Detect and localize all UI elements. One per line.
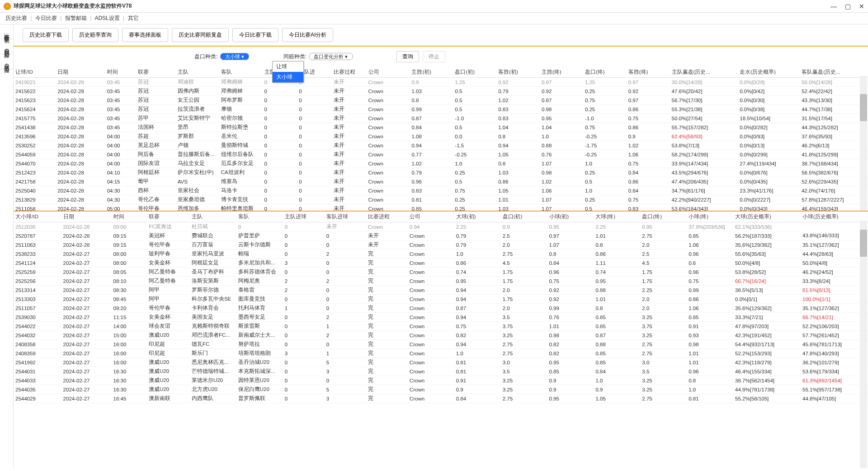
column-header[interactable]: 让球/ID — [14, 67, 56, 78]
column-header[interactable]: 小球(初) — [547, 212, 594, 222]
column-header[interactable]: 客胜(终) — [627, 67, 670, 78]
table-row[interactable]: 25138292024-02-2804:30哥伦乙春皇家桑坦德博卡青竞技00未开… — [14, 195, 868, 204]
window-controls: — ▢ ✕ — [830, 3, 864, 10]
odds-type-select[interactable]: 盘口变化分析 ▾ — [309, 53, 353, 60]
table-row[interactable]: 25252592024-02-2708:05阿乙曼特春圣马丁布萨科多科苏德体育会… — [14, 268, 868, 277]
table-row[interactable]: 24190212024-02-2803:45苏冠邓迪联邓弗姆林00未开Crown… — [14, 78, 868, 87]
minimize-icon[interactable]: — — [830, 3, 837, 10]
column-header[interactable]: 公司 — [367, 67, 410, 78]
column-header[interactable]: 时间 — [105, 67, 136, 78]
dropdown-option-rangqiu[interactable]: 让球 — [273, 61, 303, 72]
table-row[interactable]: 25440702024-02-2804:00国际友谊乌拉圭女足厄瓜多尔女足00未… — [14, 159, 868, 168]
column-header[interactable]: 时间 — [112, 212, 147, 222]
side-tab[interactable]: 比赛数据下载 — [0, 24, 13, 39]
column-header[interactable]: 客队 — [219, 67, 263, 78]
table-row[interactable]: 25133142024-02-2708:30阿甲罗斯菲尔德泰格雷20完Crown… — [14, 286, 868, 295]
column-header[interactable]: 小球(历史概率) — [801, 212, 868, 222]
column-header[interactable]: 盘口(终) — [583, 67, 627, 78]
toolbar-button[interactable]: 今日比赛AI分析 — [282, 28, 333, 42]
column-header[interactable]: 大球(终) — [594, 212, 640, 222]
toolbar-button[interactable]: 历史比赛下载 — [23, 28, 69, 42]
column-header[interactable]: 日期 — [61, 212, 112, 222]
column-header[interactable]: 盘口(初) — [501, 212, 547, 222]
menu-item[interactable]: 报警邮箱 — [65, 15, 87, 21]
top-scrollbar[interactable] — [860, 76, 867, 211]
query-button[interactable]: 查询 — [396, 51, 419, 62]
table-row[interactable]: 25133032024-02-2708:45阿甲科尔多瓦中央SE图库曼竞技00完… — [14, 295, 868, 304]
table-row[interactable]: 25390302024-02-2711:15女美金杯美国女足墨西哥女足02完Cr… — [14, 313, 868, 322]
toolbar-button[interactable]: 今日比赛下载 — [232, 28, 278, 42]
stop-button: 停止 — [423, 51, 445, 62]
table-row[interactable]: 24156242024-02-2803:45苏冠拉茨流浪者摩顿00未开Crown… — [14, 105, 868, 114]
table-row[interactable]: 25110572024-02-2709:20哥伦甲春卡利体育会托利马体育10完C… — [14, 304, 868, 313]
column-header[interactable]: 客队进球 — [325, 212, 366, 222]
table-row[interactable]: 25207872024-02-2809:15美冠杯费城联合萨普里萨00未开Cro… — [14, 231, 868, 240]
table-row[interactable]: 24135962024-02-2804:00苏超罗斯郡圣米伦00未开Crown1… — [14, 132, 868, 141]
toolbar-button[interactable]: 赛事选择面板 — [122, 28, 168, 42]
app-title: 球探网足球让球大小球欧赔变盘变水监控软件V78 — [14, 2, 830, 10]
column-header[interactable]: 客胜(初) — [496, 67, 540, 78]
column-header[interactable]: 日期 — [56, 67, 105, 78]
table-row[interactable]: 25411242024-02-2708:00女美金杯阿根廷女足多米尼加共和...… — [14, 259, 868, 268]
column-header[interactable]: 主队赢盘(历史... — [670, 67, 738, 78]
menu-item[interactable]: 历史比赛 — [5, 15, 27, 21]
column-header[interactable]: 盘口(初) — [453, 67, 496, 78]
column-header[interactable]: 盘口(终) — [640, 212, 687, 222]
app-logo-icon — [4, 3, 11, 10]
table-row[interactable]: 25419922024-02-2716:00澳威U20悉尼奥林匹克...圣乔治城… — [14, 358, 868, 367]
dropdown-option-daxiaoqiu[interactable]: 大小球 — [273, 72, 303, 82]
column-header[interactable]: 比赛过程 — [332, 67, 367, 78]
menu-item[interactable]: 今日比赛 — [35, 15, 57, 21]
table-row[interactable]: 24157752024-02-2803:45苏甲艾比安斯特宁哈密尔顿00未开Cr… — [14, 114, 868, 123]
column-header[interactable]: 主胜(终) — [540, 67, 583, 78]
column-header[interactable]: 大小球/ID — [14, 212, 61, 222]
table-row[interactable]: 25440292024-02-2716:45澳新南联内西鹰队普罗斯佩联03完Cr… — [14, 394, 868, 403]
column-header[interactable]: 大球(历史概率) — [733, 212, 801, 222]
column-header[interactable]: 主胜(初) — [410, 67, 453, 78]
close-icon[interactable]: ✕ — [859, 3, 864, 10]
table-row[interactable]: 25120352024-02-2809:00FC莫肯达杜芬斌00未开Crown0… — [14, 222, 868, 231]
menu-item[interactable]: 其它 — [128, 15, 139, 21]
table-row[interactable]: 24156222024-02-2803:45苏冠因弗内斯邓弗姆林00未开Crow… — [14, 87, 868, 96]
table-row[interactable]: 24156232024-02-2803:45苏冠女王公园阿布罗斯00未开Crow… — [14, 96, 868, 105]
maximize-icon[interactable]: ▢ — [845, 3, 851, 10]
column-header[interactable]: 主队进球 — [283, 212, 325, 222]
table-row[interactable]: 25110582024-02-2805:00哥伦甲春恩维加多帕特里奥坦斯00未开… — [14, 204, 868, 212]
side-tab[interactable]: 今日水位监控 — [0, 54, 13, 69]
table-row[interactable]: 24083582024-02-2716:00印尼超德瓦FC努萨塔拉00完Crow… — [14, 340, 868, 349]
table-row[interactable]: 25440312024-02-2716:30澳威U20芒特德瑞特城...本克斯拓… — [14, 367, 868, 376]
table-row[interactable]: 25382332024-02-2708:00玻利甲春皇家托马亚波帕瑞02完Cro… — [14, 250, 868, 259]
table-row[interactable]: 25440332024-02-2716:30澳威U20莱德米尔U20因特莱恩U2… — [14, 376, 868, 385]
handicap-table: 让球/ID日期时间联赛主队客队主队进球客队进比赛过程公司主胜(初)盘口(初)客胜… — [14, 67, 868, 212]
table-row[interactable]: 25440592024-02-2804:00阿后备普拉滕斯后备...纽维尔后备队… — [14, 150, 868, 159]
toolbar-button[interactable]: 历史比赛同赔复盘 — [172, 28, 229, 42]
table-row[interactable]: 25110632024-02-2809:15哥伦甲春百万富翁云斯卡尔德斯00未开… — [14, 240, 868, 250]
column-header[interactable]: 比赛进程 — [366, 212, 408, 222]
column-header[interactable]: 联赛 — [147, 212, 190, 222]
column-header[interactable]: 主队 — [190, 212, 236, 222]
table-row[interactable]: 25414382024-02-2803:45法国杯里昂斯特拉斯堡00未开Crow… — [14, 123, 868, 132]
table-row[interactable]: 25252562024-02-2708:10阿乙曼特春洛斯安第斯阿梅尼奥22完C… — [14, 277, 868, 286]
column-header[interactable]: 联赛 — [136, 67, 176, 78]
table-row[interactable]: 25124232024-02-2804:10阿根廷杯萨尔米安杜(中)CA坦波利0… — [14, 168, 868, 177]
side-tab[interactable]: 今日同赔监控 — [0, 39, 13, 54]
menu-item[interactable]: ADSL设置 — [94, 15, 119, 21]
column-header[interactable]: 大球(初) — [454, 212, 501, 222]
handicap-type-select[interactable]: 大小球 ▾ — [220, 53, 249, 60]
column-header[interactable]: 小球(终) — [687, 212, 733, 222]
column-header[interactable]: 客队 — [236, 212, 283, 222]
table-row[interactable]: 24217582024-02-2804:15葡甲AVS维塞岛00未开Crown0… — [14, 177, 868, 186]
column-header[interactable]: 主队 — [176, 67, 219, 78]
table-row[interactable]: 25440322024-02-2715:00澳威U20邓巴流浪者FC...新南威… — [14, 331, 868, 340]
column-header[interactable]: 公司 — [408, 212, 454, 222]
toolbar-button[interactable]: 历史赔率查询 — [72, 28, 118, 42]
table-row[interactable]: 25250402024-02-2804:30西杯皇家社会马洛卡00未开Crown… — [14, 186, 868, 195]
title-bar: 球探网足球让球大小球欧赔变盘变水监控软件V78 — ▢ ✕ — [0, 0, 868, 13]
bottom-scrollbar[interactable] — [860, 221, 867, 468]
table-row[interactable]: 25302522024-02-2804:00英足总杯卢顿曼彻斯特城00未开Cro… — [14, 141, 868, 150]
table-row[interactable]: 25440222024-02-2714:00球会友谊克赖斯特彻奇联斯派雷斯01完… — [14, 322, 868, 331]
column-header[interactable]: 客队赢盘(历史... — [800, 67, 868, 78]
table-row[interactable]: 25440352024-02-2716:30澳威U20北方虎U20保尼白鹰U20… — [14, 385, 868, 394]
column-header[interactable]: 走水(历史概率) — [738, 67, 800, 78]
table-row[interactable]: 24083592024-02-2716:00印尼超斯乐门培斯塔坦格朗31完Cro… — [14, 349, 868, 358]
